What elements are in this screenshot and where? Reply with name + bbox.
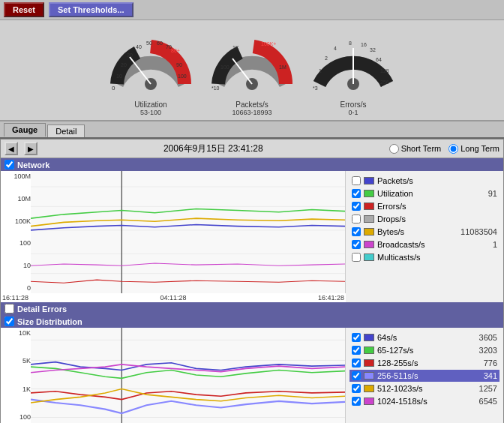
size-dist-chart: ROUTER CLUB	[31, 328, 346, 423]
svg-text:80+: 80+	[171, 48, 180, 53]
legend-multicasts-label: Multicasts/s	[377, 253, 464, 262]
term-options: Short Term Long Term	[389, 144, 500, 154]
legend-multicasts-checkbox[interactable]	[352, 253, 361, 262]
svg-text:90: 90	[176, 62, 182, 68]
set-thresholds-button[interactable]: Set Thresholds...	[49, 2, 134, 17]
legend-utilization[interactable]: Utilization 91	[350, 188, 500, 200]
legend-256-511-label: 256-511s/s	[377, 371, 464, 380]
size-dist-header-label: Size Distribution	[17, 317, 82, 326]
svg-text:32: 32	[370, 47, 376, 52]
detail-errors-label: Detail Errors	[17, 304, 67, 314]
legend-broadcasts-value: 1	[467, 240, 497, 249]
svg-text:60: 60	[157, 40, 163, 46]
legend-errors-checkbox[interactable]	[352, 202, 361, 211]
legend-512-1023[interactable]: 512-1023s/s 1257	[350, 382, 500, 394]
tab-gauge[interactable]: Gauge	[4, 123, 46, 137]
network-section-header: Network	[1, 158, 503, 171]
legend-512-1023-value: 1257	[467, 384, 497, 393]
legend-drops-checkbox[interactable]	[352, 214, 361, 224]
long-term-option[interactable]: Long Term	[448, 144, 500, 154]
legend-256-511[interactable]: 256-511s/s 341	[350, 370, 500, 382]
legend-bytes-checkbox[interactable]	[352, 227, 361, 236]
legend-64s-color	[364, 334, 374, 341]
size-dist-legend: 64s/s 3605 65-127s/s 3203 128-255s/s 776…	[346, 328, 503, 423]
network-legend: Packets/s Utilization 91 Errors/s Drops/…	[346, 171, 503, 302]
legend-128-255-checkbox[interactable]	[352, 358, 361, 368]
legend-packets-color	[364, 177, 374, 184]
packets-gauge-range: 10663-18993	[232, 109, 272, 116]
legend-drops-color	[364, 215, 374, 223]
legend-64s-value: 3605	[467, 333, 497, 342]
legend-512-1023-color	[364, 385, 374, 392]
svg-text:40: 40	[136, 44, 142, 50]
short-term-radio[interactable]	[389, 144, 399, 154]
svg-text:1K: 1K	[232, 45, 239, 50]
legend-128-255-value: 776	[467, 358, 497, 368]
legend-broadcasts[interactable]: Broadcasts/s 1	[350, 238, 500, 250]
network-section: 100M 10M 100K 100 10 0	[1, 171, 503, 302]
svg-text:8: 8	[349, 40, 352, 46]
legend-errors[interactable]: Errors/s	[350, 200, 500, 212]
svg-text:2: 2	[325, 56, 328, 61]
svg-text:64: 64	[376, 57, 382, 62]
network-x-axis: 16:11:28 04:11:28 16:41:28	[1, 293, 346, 302]
short-term-option[interactable]: Short Term	[389, 144, 442, 154]
legend-bytes[interactable]: Bytes/s 11083504	[350, 226, 500, 238]
svg-text:100K+: 100K+	[261, 41, 276, 46]
legend-utilization-checkbox[interactable]	[352, 189, 361, 198]
network-checkbox[interactable]	[4, 160, 14, 170]
legend-64s-label: 64s/s	[377, 333, 464, 342]
svg-text:0: 0	[112, 85, 116, 92]
legend-broadcasts-label: Broadcasts/s	[377, 240, 464, 249]
legend-drops[interactable]: Drops/s	[350, 213, 500, 225]
svg-text:*10: *10	[212, 86, 220, 91]
main-content: ◀ ▶ 2006年9月15日 23:41:28 Short Term Long …	[0, 139, 504, 423]
detail-errors-checkbox[interactable]	[4, 304, 14, 314]
legend-broadcasts-checkbox[interactable]	[352, 240, 361, 249]
detail-errors-header: Detail Errors	[1, 302, 503, 315]
network-chart	[31, 171, 346, 293]
detail-errors-section: Detail Errors	[1, 302, 503, 315]
legend-64s-checkbox[interactable]	[352, 333, 361, 342]
network-header-label: Network	[17, 160, 50, 170]
svg-text:1: 1	[319, 68, 322, 74]
legend-128-255-label: 128-255s/s	[377, 358, 464, 368]
legend-65-127-value: 3203	[467, 346, 497, 355]
tabs-bar: Gauge Detail	[0, 122, 504, 139]
tab-detail[interactable]: Detail	[47, 124, 85, 137]
errors-gauge: *3 1 2 4 8 16 32 64 128 256 Errors/s 0-1	[308, 24, 398, 116]
legend-1024-1518-value: 6545	[467, 397, 497, 406]
legend-128-255[interactable]: 128-255s/s 776	[350, 357, 500, 369]
legend-512-1023-label: 512-1023s/s	[377, 384, 464, 393]
utilization-gauge: 0 10 20 30 40 50 60 70 80+ 90 100 Utiliz…	[106, 24, 196, 116]
size-dist-section: 10K 5K 1K 100 10	[1, 328, 503, 423]
datetime-display: 2006年9月15日 23:41:28	[44, 142, 383, 155]
size-dist-checkbox[interactable]	[4, 316, 14, 326]
svg-text:100: 100	[220, 64, 230, 70]
legend-multicasts[interactable]: Multicasts/s	[350, 251, 500, 263]
legend-multicasts-color	[364, 254, 374, 261]
legend-utilization-value: 91	[467, 189, 497, 198]
legend-broadcasts-color	[364, 241, 374, 248]
legend-65-127[interactable]: 65-127s/s 3203	[350, 344, 500, 356]
svg-text:1M: 1M	[279, 64, 286, 70]
prev-button[interactable]: ◀	[4, 142, 18, 155]
legend-65-127-checkbox[interactable]	[352, 346, 361, 355]
gauges-area: 0 10 20 30 40 50 60 70 80+ 90 100 Utiliz…	[0, 20, 504, 122]
legend-512-1023-checkbox[interactable]	[352, 384, 361, 393]
legend-packets[interactable]: Packets/s	[350, 175, 500, 187]
legend-bytes-value: 11083504	[460, 227, 497, 236]
svg-text:20: 20	[121, 62, 127, 68]
legend-256-511-checkbox[interactable]	[352, 371, 361, 380]
toolbar: Reset Set Thresholds...	[0, 0, 504, 20]
legend-1024-1518-checkbox[interactable]	[352, 397, 361, 406]
short-term-label: Short Term	[401, 144, 442, 153]
svg-text:10: 10	[116, 74, 122, 79]
legend-packets-checkbox[interactable]	[352, 176, 361, 185]
legend-1024-1518[interactable]: 1024-1518s/s 6545	[350, 395, 500, 407]
reset-button[interactable]: Reset	[4, 2, 44, 17]
long-term-radio[interactable]	[448, 144, 458, 154]
svg-text:16: 16	[361, 42, 367, 47]
legend-64s[interactable]: 64s/s 3605	[350, 332, 500, 344]
play-button[interactable]: ▶	[24, 142, 38, 155]
